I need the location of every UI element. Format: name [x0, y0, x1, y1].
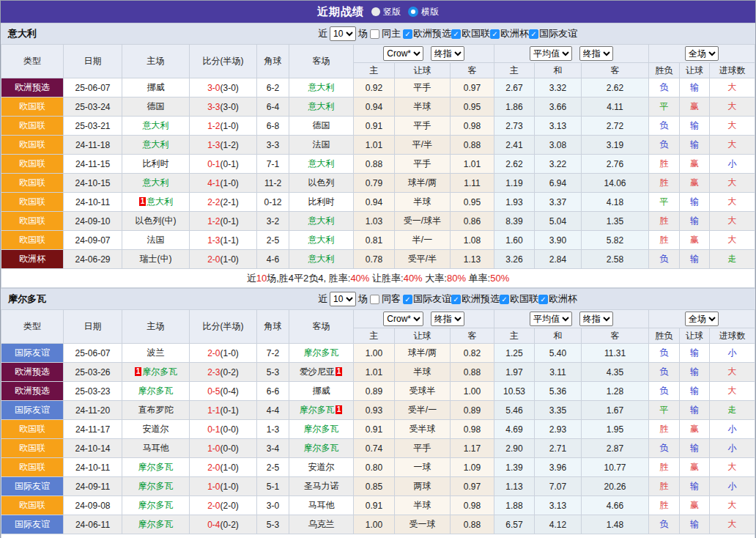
league-filter-option[interactable]: ✓欧洲预选 [403, 27, 451, 40]
col-header-home: 主场 [122, 45, 190, 78]
home-team-cell: 摩尔多瓦 [122, 477, 190, 496]
layout-option-vertical[interactable]: 竖版 [371, 6, 401, 18]
away-team-name[interactable]: 意大利 [308, 101, 335, 111]
odds-group-header: Crow* 终指 [354, 310, 494, 328]
home-team-name: 波兰 [147, 347, 165, 358]
subcol-odds-home: 主 [354, 328, 395, 344]
away-team-name[interactable]: 意大利 [308, 82, 335, 92]
home-team-name[interactable]: 意大利 [143, 139, 169, 150]
recent-games-select[interactable]: 10 [330, 26, 356, 41]
odds-final-select[interactable]: 终指 [431, 312, 464, 326]
home-team-name[interactable]: 摩尔多瓦 [138, 500, 174, 510]
match-row: 国际友谊25-06-07波兰2-0(1-0)7-2摩尔多瓦1.00球半/两0.8… [1, 344, 755, 363]
home-team-name[interactable]: 摩尔多瓦 [138, 519, 174, 529]
home-team-name[interactable]: 意大利 [147, 196, 173, 207]
average-select[interactable]: 平均值 [530, 46, 572, 61]
home-team-name[interactable]: 摩尔多瓦 [142, 366, 177, 377]
odds-handicap-cell: 平手 [395, 117, 451, 136]
result-goals-cell: 小 [710, 344, 755, 363]
odds-home-cell: 0.89 [354, 382, 395, 401]
summary-value: 40% [404, 273, 423, 284]
layout-option-horizontal[interactable]: 横版 [408, 6, 439, 18]
recent-games-select[interactable]: 10 [330, 292, 356, 306]
fulltime-score: 2-2 [207, 197, 220, 207]
result-goals-cell: 大 [710, 78, 755, 97]
league-checkbox[interactable]: ✓ [451, 29, 461, 39]
league-checkbox[interactable]: ✓ [490, 29, 500, 39]
average-select[interactable]: 平均值 [530, 312, 572, 326]
odds-handicap-cell: 半/一 [395, 231, 451, 250]
league-checkbox[interactable]: ✓ [403, 295, 412, 304]
league-filter-option[interactable]: ✓国际友谊 [529, 27, 577, 40]
average-final-select[interactable]: 终指 [579, 46, 613, 61]
home-team-name[interactable]: 摩尔多瓦 [138, 462, 174, 472]
home-team-cell: 摩尔多瓦 [122, 496, 190, 515]
away-team-name[interactable]: 摩尔多瓦 [304, 424, 339, 434]
team-section: 摩尔多瓦 近 10 场 同客 ✓国际友谊✓欧洲预选✓欧国联✓欧洲杯 类型 日期 [1, 288, 755, 538]
away-team-name[interactable]: 意大利 [308, 158, 335, 169]
league-checkbox[interactable]: ✓ [500, 295, 509, 304]
odds-handicap-cell: 半球 [395, 193, 451, 212]
scope-select[interactable]: 全场 [685, 312, 719, 326]
horizontal-radio-icon[interactable] [408, 7, 418, 17]
league-checkbox[interactable]: ✓ [529, 29, 538, 39]
competition-type-cell: 欧国联 [1, 496, 64, 515]
date-cell: 24-06-11 [64, 515, 122, 534]
away-team-name[interactable]: 摩尔多瓦 [304, 347, 339, 358]
fulltime-score: 0-5 [207, 386, 220, 397]
result-goals-cell: 走 [710, 250, 755, 269]
away-team-name[interactable]: 意大利 [308, 215, 335, 226]
result-goals-cell: 大 [710, 496, 755, 515]
away-team-name: 以色列 [308, 177, 335, 188]
league-filter-option[interactable]: ✓欧洲预选 [451, 292, 500, 306]
league-checkbox[interactable]: ✓ [451, 295, 461, 304]
result-wdl-cell: 平 [649, 401, 680, 420]
result-wdl-cell: 负 [649, 78, 680, 97]
score-cell: 2-0(1-0) [190, 250, 257, 269]
league-filter-option[interactable]: ✓欧洲杯 [490, 27, 529, 40]
league-checkbox[interactable]: ✓ [538, 295, 548, 304]
home-team-name[interactable]: 摩尔多瓦 [138, 481, 174, 491]
home-team-name[interactable]: 意大利 [143, 120, 169, 130]
avg-away-cell: 2.72 [582, 117, 649, 136]
league-filter-option[interactable]: ✓欧国联 [451, 27, 490, 40]
match-row: 欧洲预选25-03-261摩尔多瓦2-3(0-2)5-3爱沙尼亚11.01半球0… [1, 363, 755, 382]
home-team-name[interactable]: 摩尔多瓦 [138, 386, 174, 396]
odds-home-cell: 0.78 [354, 250, 395, 269]
away-team-name[interactable]: 意大利 [308, 235, 335, 245]
league-label: 欧洲预选 [413, 27, 451, 40]
vertical-radio-icon[interactable] [371, 7, 380, 16]
fulltime-score: 2-0 [207, 348, 220, 358]
scope-select[interactable]: 全场 [685, 46, 719, 61]
away-team-name[interactable]: 摩尔多瓦 [300, 405, 335, 415]
league-checkbox[interactable]: ✓ [403, 29, 412, 39]
halftime-score: (1-0) [220, 178, 239, 188]
average-final-select[interactable]: 终指 [579, 312, 613, 326]
odds-final-select[interactable]: 终指 [431, 46, 464, 61]
bookmaker-select[interactable]: Crow* [383, 312, 423, 326]
league-filter-option[interactable]: ✓欧洲杯 [538, 292, 577, 306]
subcol-result-handicap: 让球 [680, 328, 710, 344]
recent-prefix-label: 近 [318, 292, 327, 306]
team-name: 意大利 [8, 27, 37, 40]
home-team-cell: 马耳他 [122, 439, 190, 458]
result-handicap-cell: 输 [680, 477, 710, 496]
home-team-name[interactable]: 意大利 [143, 177, 169, 188]
away-team-name[interactable]: 意大利 [308, 254, 335, 264]
same-venue-checkbox[interactable] [370, 29, 379, 39]
same-venue-checkbox[interactable] [370, 295, 379, 304]
away-team-cell: 意大利 [289, 97, 354, 117]
odds-away-cell: 0.95 [451, 97, 494, 117]
avg-draw-cell: 3.32 [535, 78, 582, 97]
bookmaker-select[interactable]: Crow* [383, 46, 423, 61]
score-cell: 3-3(3-0) [190, 97, 257, 117]
league-filter-option[interactable]: ✓国际友谊 [403, 292, 451, 306]
vertical-radio-label: 竖版 [383, 6, 401, 18]
league-filter-option[interactable]: ✓欧国联 [500, 292, 538, 306]
result-group-header: 全场 [649, 45, 755, 63]
results-table: 类型 日期 主场 比分(半场) 角球 客场 Crow* 终指 平均值 终指 [1, 44, 755, 288]
away-team-name[interactable]: 摩尔多瓦 [304, 443, 339, 453]
league-label: 国际友谊 [539, 27, 577, 40]
competition-type-cell: 国际友谊 [1, 344, 64, 363]
fulltime-score: 0-4 [207, 520, 220, 530]
